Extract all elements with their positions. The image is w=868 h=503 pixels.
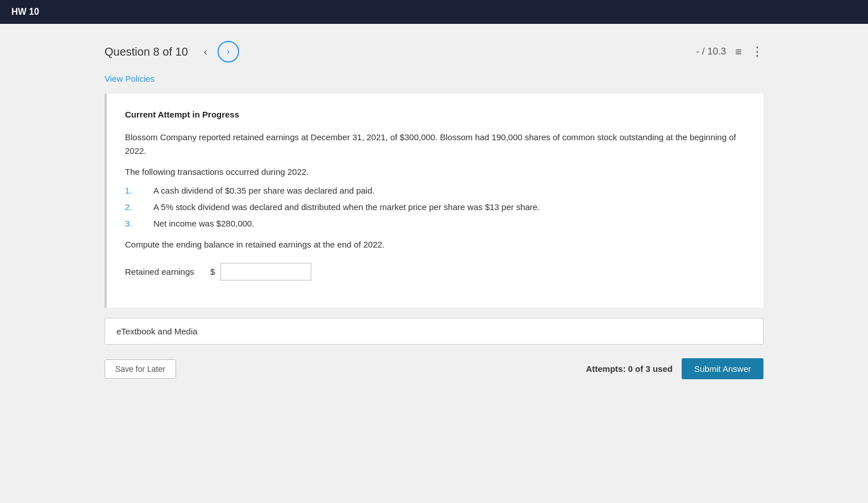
- dollar-sign: $: [210, 267, 215, 276]
- item-num-3: 3.: [125, 219, 153, 228]
- retained-earnings-input[interactable]: [220, 263, 311, 280]
- next-question-button[interactable]: ›: [218, 41, 239, 62]
- question-nav: Question 8 of 10 ‹ ›: [105, 41, 239, 62]
- retained-earnings-label: Retained earnings: [125, 267, 205, 276]
- compute-text: Compute the ending balance in retained e…: [125, 240, 745, 249]
- item-num-2: 2.: [125, 202, 153, 212]
- question-card: Current Attempt in Progress Blossom Comp…: [105, 94, 763, 308]
- main-wrapper: Question 8 of 10 ‹ › - / 10.3 ≡ ⋮ View P…: [0, 24, 868, 503]
- prev-question-button[interactable]: ‹: [199, 44, 212, 60]
- bottom-bar: Save for Later Attempts: 0 of 3 used Sub…: [105, 354, 763, 384]
- question-header: Question 8 of 10 ‹ › - / 10.3 ≡ ⋮: [105, 35, 763, 68]
- etextbook-label: eTextbook and Media: [116, 326, 198, 336]
- attempts-text: Attempts: 0 of 3 used: [586, 364, 673, 374]
- header-right: - / 10.3 ≡ ⋮: [696, 44, 763, 59]
- more-options-icon[interactable]: ⋮: [751, 44, 763, 59]
- retained-earnings-row: Retained earnings $: [125, 263, 745, 280]
- transaction-2-text: A 5% stock dividend was declared and dis…: [153, 202, 540, 212]
- transaction-3-text: Net income was $280,000.: [153, 219, 254, 228]
- attempt-label: Current Attempt in Progress: [125, 110, 745, 119]
- transaction-1-text: A cash dividend of $0.35 per share was d…: [153, 186, 374, 195]
- transactions-label: The following transactions occurred duri…: [125, 167, 745, 177]
- question-title: Question 8 of 10: [105, 45, 188, 58]
- app-title: HW 10: [11, 7, 39, 17]
- submit-answer-button[interactable]: Submit Answer: [682, 358, 763, 379]
- list-item: 2. A 5% stock dividend was declared and …: [125, 202, 745, 212]
- etextbook-bar[interactable]: eTextbook and Media: [105, 318, 763, 345]
- score-display: - / 10.3: [696, 46, 726, 57]
- list-item: 1. A cash dividend of $0.35 per share wa…: [125, 186, 745, 195]
- item-num-1: 1.: [125, 186, 153, 195]
- list-item: 3. Net income was $280,000.: [125, 219, 745, 228]
- save-later-button[interactable]: Save for Later: [105, 359, 176, 379]
- top-bar: HW 10: [0, 0, 868, 24]
- intro-text: Blossom Company reported retained earnin…: [125, 131, 745, 158]
- right-bottom: Attempts: 0 of 3 used Submit Answer: [586, 358, 763, 379]
- view-policies-link[interactable]: View Policies: [105, 74, 763, 83]
- content-area: Question 8 of 10 ‹ › - / 10.3 ≡ ⋮ View P…: [105, 24, 763, 503]
- transaction-list: 1. A cash dividend of $0.35 per share wa…: [125, 186, 745, 228]
- list-icon[interactable]: ≡: [735, 45, 742, 58]
